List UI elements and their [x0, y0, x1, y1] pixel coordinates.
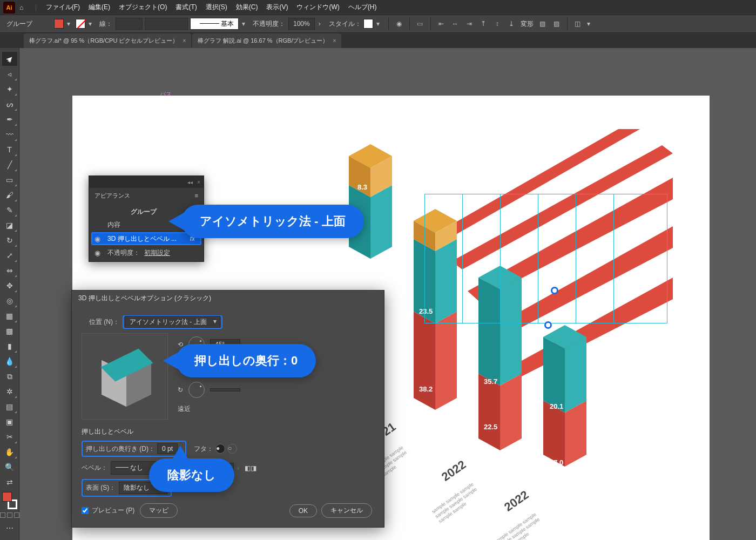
home-icon[interactable]: ⌂ — [19, 4, 23, 11]
panel-menu-icon[interactable]: ≡ — [195, 192, 198, 199]
zoom-tool[interactable]: 🔍 — [2, 460, 17, 474]
menu-view[interactable]: 表示(V) — [266, 3, 288, 12]
bevel-out-icon[interactable]: ◨ — [251, 464, 256, 472]
shape-builder-tool[interactable]: ◎ — [2, 294, 17, 308]
cap-off-icon[interactable]: ○ — [227, 444, 237, 454]
appearance-tab[interactable]: アピアランス — [94, 192, 130, 200]
pen-tool[interactable]: ✒ — [2, 112, 17, 126]
shape-icon-2[interactable]: ▨ — [550, 18, 563, 30]
perspective-tool[interactable]: ▦ — [2, 309, 17, 323]
rectangle-tool[interactable]: ▭ — [2, 173, 17, 187]
fill-box[interactable] — [2, 492, 12, 502]
shaper-tool[interactable]: ✎ — [2, 203, 17, 217]
appearance-effect-row[interactable]: ◉ 3D 押し出しとベベル ... fx — [91, 232, 201, 245]
line-tool[interactable]: ╱ — [2, 158, 17, 172]
preview-checkbox[interactable] — [82, 507, 89, 514]
close-icon[interactable]: × — [197, 179, 200, 185]
toggle-fill-stroke[interactable]: ⇄ — [2, 475, 17, 489]
eyedropper-tool[interactable]: 💧 — [2, 354, 17, 368]
visibility-icon[interactable]: ◉ — [94, 235, 100, 243]
depth-label: 押し出しの奥行き (D)： — [86, 444, 155, 454]
style-dd[interactable]: ▾ — [374, 20, 382, 28]
free-transform-tool[interactable]: ✥ — [2, 279, 17, 293]
menu-file[interactable]: ファイル(F) — [46, 3, 80, 12]
lasso-tool[interactable]: ᔕ — [2, 97, 17, 111]
opacity-field[interactable]: 100% — [288, 18, 315, 30]
paintbrush-tool[interactable]: 🖌 — [2, 188, 17, 202]
gradient-tool[interactable]: ▮ — [2, 339, 17, 353]
slice-tool[interactable]: ✂ — [2, 430, 17, 444]
z-angle-dial[interactable] — [188, 382, 205, 398]
type-tool[interactable]: T — [2, 143, 17, 157]
mesh-tool[interactable]: ▩ — [2, 324, 17, 338]
ok-button[interactable]: OK — [289, 504, 317, 517]
selection-handle[interactable] — [544, 321, 552, 329]
menu-type[interactable]: 書式(T) — [176, 3, 197, 12]
close-icon[interactable]: × — [333, 38, 336, 44]
curvature-tool[interactable]: 〰 — [2, 127, 17, 141]
fill-dd[interactable]: ▾ — [65, 20, 72, 28]
eraser-tool[interactable]: ◪ — [2, 218, 17, 232]
align-top-icon[interactable]: ⤒ — [477, 18, 490, 30]
stroke-style-dd[interactable]: ▾ — [240, 20, 247, 28]
3d-cube-preview[interactable] — [82, 333, 168, 420]
menu-window[interactable]: ウィンドウ(W) — [296, 3, 339, 12]
stroke-style[interactable]: ━━━ 基本 — [190, 18, 239, 30]
stroke-weight[interactable] — [116, 18, 143, 30]
align-bottom-icon[interactable]: ⤓ — [505, 18, 518, 30]
cap-on-icon[interactable]: ● — [215, 444, 225, 454]
draw-modes[interactable] — [0, 512, 19, 518]
menu-edit[interactable]: 編集(E) — [89, 3, 110, 12]
stroke-swatch[interactable] — [76, 19, 85, 29]
hand-tool[interactable]: ✋ — [2, 445, 17, 459]
symbol-sprayer-tool[interactable]: ✲ — [2, 384, 17, 399]
isolate-icon[interactable]: ◫ — [571, 18, 584, 30]
doc-tab-1[interactable]: 棒グラフ.ai* @ 95 %（RGB/CPU ピクセルプレビュー）× — [24, 33, 191, 48]
selection-handle[interactable] — [551, 287, 558, 294]
fill-swatch[interactable] — [54, 19, 64, 29]
selection-tool[interactable]: ▴➤ — [2, 52, 17, 66]
blend-tool[interactable]: ⧉ — [2, 369, 17, 383]
direct-selection-tool[interactable]: ◃ — [2, 67, 17, 81]
shape-icon-1[interactable]: ▧ — [536, 18, 549, 30]
close-icon[interactable]: × — [183, 38, 186, 44]
transform-label[interactable]: 変形 — [521, 19, 534, 29]
z-angle-field[interactable] — [210, 388, 240, 392]
svg-marker-23 — [543, 337, 565, 413]
scale-tool[interactable]: ⤢ — [2, 248, 17, 262]
appearance-opacity-row[interactable]: ◉ 不透明度： 初期設定 — [89, 246, 204, 259]
artboard-tool[interactable]: ▣ — [2, 415, 17, 429]
align-vcenter-icon[interactable]: ↕ — [491, 18, 504, 30]
align-icon[interactable]: ▭ — [414, 18, 427, 30]
toolbox-more[interactable]: ⋯ — [2, 521, 17, 535]
width-tool[interactable]: ⇔ — [2, 264, 17, 278]
collapse-icon[interactable]: ◂◂ — [187, 179, 193, 185]
graph-tool[interactable]: ▤ — [2, 400, 17, 414]
align-hcenter-icon[interactable]: ↔ — [449, 18, 462, 30]
graphic-style[interactable] — [363, 19, 373, 29]
recolor-icon[interactable]: ◉ — [393, 18, 406, 30]
magic-wand-tool[interactable]: ✦ — [2, 82, 17, 96]
align-left-icon[interactable]: ⇤ — [435, 18, 448, 30]
menu-object[interactable]: オブジェクト(O) — [119, 3, 167, 12]
menu-help[interactable]: ヘルプ(H) — [348, 3, 377, 12]
doc-tab-2[interactable]: 棒グラフ 解説.ai @ 16.67 %（RGB/プレビュー）× — [192, 33, 341, 48]
isolate-dd[interactable]: ▾ — [585, 20, 592, 28]
canvas[interactable]: パス — [19, 48, 756, 540]
cancel-button[interactable]: キャンセル — [321, 503, 372, 518]
align-right-icon[interactable]: ⇥ — [463, 18, 476, 30]
position-dropdown[interactable]: アイソメトリック法 - 上面 — [125, 316, 220, 328]
stroke-profile[interactable] — [145, 18, 188, 30]
bevel-in-icon[interactable]: ◧ — [245, 464, 251, 472]
stroke-dd[interactable]: ▾ — [86, 20, 94, 28]
opacity-value[interactable]: 初期設定 — [144, 248, 170, 258]
opacity-dd[interactable]: › — [316, 20, 323, 28]
fill-stroke-indicator[interactable] — [2, 492, 17, 509]
rotate-tool[interactable]: ↻ — [2, 233, 17, 247]
visibility-icon[interactable]: ◉ — [94, 249, 100, 257]
menu-select[interactable]: 選択(S) — [206, 3, 227, 12]
panel-header[interactable]: ◂◂× — [89, 176, 204, 188]
menu-effect[interactable]: 効果(C) — [236, 3, 258, 12]
map-art-button[interactable]: マッピ — [140, 503, 178, 518]
3d-extrude-dialog[interactable]: 3D 押し出しとベベルオプション (クラシック) 位置 (N)： アイソメトリッ… — [71, 290, 384, 528]
